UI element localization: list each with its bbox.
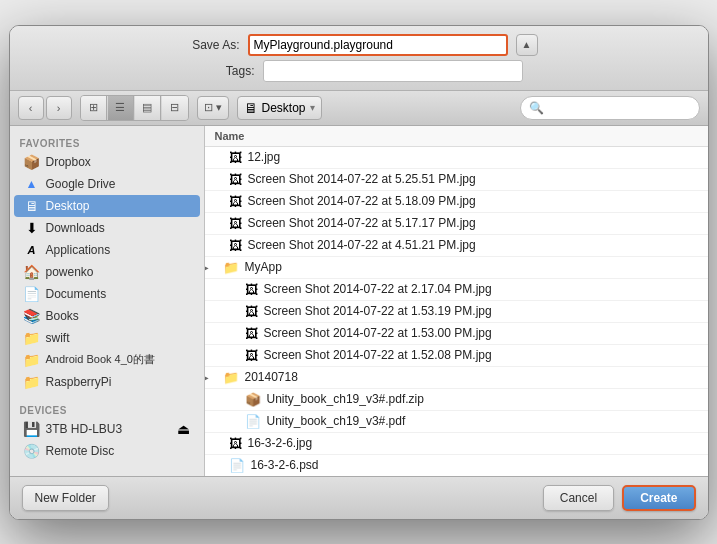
sidebar-item-remote-disc[interactable]: 💿 Remote Disc xyxy=(14,440,200,462)
file-name: 16-3-2-6.psd xyxy=(251,458,319,472)
location-icon: 🖥 xyxy=(244,100,258,116)
up-button[interactable]: ▲ xyxy=(516,34,538,56)
folder-icon: 📁 xyxy=(223,260,239,275)
file-row[interactable]: 🖼 16-3-2-6.jpg xyxy=(205,433,708,455)
file-icon: 🖼 xyxy=(229,194,242,209)
view-cover-button[interactable]: ⊟ xyxy=(162,96,188,120)
sidebar-item-raspberrypi[interactable]: 📁 RaspberryPi xyxy=(14,371,200,393)
search-box[interactable]: 🔍 xyxy=(520,96,700,120)
eject-icon[interactable]: ⏏ xyxy=(177,421,190,437)
sidebar-item-3tb-hd[interactable]: 💾 3TB HD-LBU3 ⏏ xyxy=(14,418,200,440)
file-name: Unity_book_ch19_v3#.pdf xyxy=(267,414,406,428)
sidebar-item-label: Documents xyxy=(46,287,107,301)
filename-input[interactable] xyxy=(248,34,508,56)
file-row[interactable]: 📄 16-3-2-6.psd xyxy=(205,455,708,476)
file-name: Screen Shot 2014-07-22 at 5.18.09 PM.jpg xyxy=(248,194,476,208)
sidebar-item-books[interactable]: 📚 Books xyxy=(14,305,200,327)
tags-label: Tags: xyxy=(195,64,255,78)
devices-title: DEVICES xyxy=(10,401,204,418)
dropbox-icon: 📦 xyxy=(24,154,40,170)
android-book-icon: 📁 xyxy=(24,352,40,368)
file-row[interactable]: 📦 Unity_book_ch19_v3#.pdf.zip xyxy=(205,389,708,411)
sidebar-item-label: Google Drive xyxy=(46,177,116,191)
sidebar-item-label: Android Book 4_0的書 xyxy=(46,352,155,367)
sidebar-item-powenko[interactable]: 🏠 powenko xyxy=(14,261,200,283)
file-row[interactable]: 🖼 12.jpg xyxy=(205,147,708,169)
raspberrypi-icon: 📁 xyxy=(24,374,40,390)
downloads-icon: ⬇ xyxy=(24,220,40,236)
file-icon: 🖼 xyxy=(229,150,242,165)
applications-icon: A xyxy=(24,242,40,258)
sidebar-item-label: Remote Disc xyxy=(46,444,115,458)
view-column-button[interactable]: ▤ xyxy=(135,96,161,120)
arrange-icon: ⊡ xyxy=(204,101,213,114)
folder-row-myapp[interactable]: ▶ 📁 MyApp xyxy=(205,257,708,279)
sidebar-item-label: swift xyxy=(46,331,70,345)
file-row[interactable]: 📄 Unity_book_ch19_v3#.pdf xyxy=(205,411,708,433)
file-icon: 📄 xyxy=(245,414,261,429)
file-name: MyApp xyxy=(245,260,282,274)
file-icon: 🖼 xyxy=(229,216,242,231)
tags-input[interactable] xyxy=(263,60,523,82)
sidebar-item-downloads[interactable]: ⬇ Downloads xyxy=(14,217,200,239)
sidebar-item-swift[interactable]: 📁 swift xyxy=(14,327,200,349)
file-name: Screen Shot 2014-07-22 at 5.17.17 PM.jpg xyxy=(248,216,476,230)
search-input[interactable] xyxy=(548,101,691,115)
folder-row-20140718[interactable]: ▶ 📁 20140718 xyxy=(205,367,708,389)
favorites-title: FAVORITES xyxy=(10,134,204,151)
create-button[interactable]: Create xyxy=(622,485,695,511)
file-name: 12.jpg xyxy=(248,150,281,164)
arrange-chevron: ▾ xyxy=(216,101,222,114)
arrange-button[interactable]: ⊡ ▾ xyxy=(197,96,229,120)
file-list: Name 🖼 12.jpg 🖼 Screen Shot 2014-07-22 a… xyxy=(205,126,708,476)
file-list-header: Name xyxy=(205,126,708,147)
name-column-header: Name xyxy=(215,130,245,142)
sidebar-item-documents[interactable]: 📄 Documents xyxy=(14,283,200,305)
file-name: Screen Shot 2014-07-22 at 4.51.21 PM.jpg xyxy=(248,238,476,252)
location-name: Desktop xyxy=(262,101,306,115)
location-chevron: ▾ xyxy=(310,102,315,113)
sidebar-item-android-book[interactable]: 📁 Android Book 4_0的書 xyxy=(14,349,200,371)
sidebar-item-label: Applications xyxy=(46,243,111,257)
sidebar-item-label: powenko xyxy=(46,265,94,279)
file-row[interactable]: 🖼 Screen Shot 2014-07-22 at 2.17.04 PM.j… xyxy=(205,279,708,301)
cancel-button[interactable]: Cancel xyxy=(543,485,614,511)
view-list-button[interactable]: ☰ xyxy=(108,96,134,120)
search-icon: 🔍 xyxy=(529,101,544,115)
file-row[interactable]: 🖼 Screen Shot 2014-07-22 at 1.52.08 PM.j… xyxy=(205,345,708,367)
file-row[interactable]: 🖼 Screen Shot 2014-07-22 at 5.25.51 PM.j… xyxy=(205,169,708,191)
sidebar-item-desktop[interactable]: 🖥 Desktop xyxy=(14,195,200,217)
file-name: Screen Shot 2014-07-22 at 1.53.00 PM.jpg xyxy=(264,326,492,340)
forward-button[interactable]: › xyxy=(46,96,72,120)
nav-group: ‹ › xyxy=(18,96,72,120)
remote-disc-icon: 💿 xyxy=(24,443,40,459)
main-content: FAVORITES 📦 Dropbox ▲ Google Drive 🖥 Des… xyxy=(10,126,708,476)
back-button[interactable]: ‹ xyxy=(18,96,44,120)
location-selector[interactable]: 🖥 Desktop ▾ xyxy=(237,96,322,120)
file-row[interactable]: 🖼 Screen Shot 2014-07-22 at 5.18.09 PM.j… xyxy=(205,191,708,213)
file-icon: 🖼 xyxy=(229,172,242,187)
file-name: Screen Shot 2014-07-22 at 1.53.19 PM.jpg xyxy=(264,304,492,318)
sidebar-item-label: Books xyxy=(46,309,79,323)
expand-arrow: ▶ xyxy=(205,262,215,273)
save-dialog: Save As: ▲ Tags: ‹ › ⊞ ☰ ▤ ⊟ ⊡ ▾ 🖥 Deskt… xyxy=(9,25,709,520)
new-folder-button[interactable]: New Folder xyxy=(22,485,109,511)
file-row[interactable]: 🖼 Screen Shot 2014-07-22 at 1.53.19 PM.j… xyxy=(205,301,708,323)
google-drive-icon: ▲ xyxy=(24,176,40,192)
file-row[interactable]: 🖼 Screen Shot 2014-07-22 at 1.53.00 PM.j… xyxy=(205,323,708,345)
bottom-bar: New Folder Cancel Create xyxy=(10,476,708,519)
sidebar-item-applications[interactable]: A Applications xyxy=(14,239,200,261)
sidebar-item-label: Downloads xyxy=(46,221,105,235)
view-icon-button[interactable]: ⊞ xyxy=(81,96,107,120)
title-bar: Save As: ▲ Tags: xyxy=(10,26,708,91)
sidebar-item-google-drive[interactable]: ▲ Google Drive xyxy=(14,173,200,195)
file-row[interactable]: 🖼 Screen Shot 2014-07-22 at 4.51.21 PM.j… xyxy=(205,235,708,257)
file-row[interactable]: 🖼 Screen Shot 2014-07-22 at 5.17.17 PM.j… xyxy=(205,213,708,235)
expand-arrow: ▶ xyxy=(205,372,215,383)
sidebar-item-label: RaspberryPi xyxy=(46,375,112,389)
sidebar-item-label: 3TB HD-LBU3 xyxy=(46,422,123,436)
sidebar-item-dropbox[interactable]: 📦 Dropbox xyxy=(14,151,200,173)
file-name: Screen Shot 2014-07-22 at 1.52.08 PM.jpg xyxy=(264,348,492,362)
file-name: 16-3-2-6.jpg xyxy=(248,436,313,450)
file-name: Screen Shot 2014-07-22 at 2.17.04 PM.jpg xyxy=(264,282,492,296)
